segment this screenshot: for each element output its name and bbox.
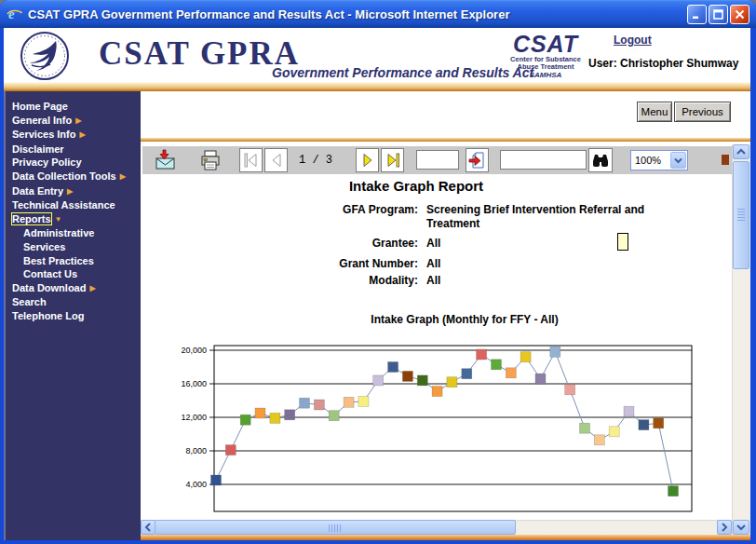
chevron-left-icon (144, 523, 152, 532)
export-icon (155, 149, 177, 171)
sidebar-nav: Home PageGeneral Info▶Services Info▶Disc… (4, 91, 141, 540)
sidebar-item-telephone-log[interactable]: Telephone Log (6, 309, 141, 323)
sidebar-item-label: Administrative (23, 227, 94, 238)
sidebar-item-label: Reports (12, 213, 51, 224)
submenu-right-arrow-icon: ▶ (75, 116, 81, 125)
sidebar-item-services-info[interactable]: Services Info▶ (6, 128, 141, 143)
previous-page-button[interactable] (264, 148, 288, 172)
find-button[interactable] (588, 148, 613, 172)
minimize-button[interactable] (687, 5, 707, 24)
report-field-row: Grantee:All (280, 237, 727, 251)
brand-subtitle: Government Performance and Results Act (272, 65, 533, 80)
sidebar-item-label: General Info (12, 115, 72, 126)
scroll-thumb-grip (737, 209, 745, 222)
toolbar-logo-fragment (722, 155, 729, 165)
main-content: Menu Previous (141, 91, 750, 540)
sidebar-item-search[interactable]: Search (6, 295, 141, 309)
sidebar-item-disclaimer[interactable]: Disclaimer (6, 143, 141, 156)
report-page: Intake Graph Report GFA Program:Screenin… (141, 174, 732, 520)
submenu-right-arrow-icon: ▶ (120, 172, 126, 181)
goto-page-input[interactable] (416, 150, 459, 170)
first-page-button[interactable] (239, 148, 263, 172)
sidebar-item-label: Services Info (12, 129, 75, 140)
sidebar-item-label: Services (23, 241, 65, 252)
zoom-select[interactable]: 100% (630, 150, 688, 170)
horizontal-scrollbar[interactable] (141, 520, 732, 535)
window-titlebar[interactable]: e CSAT GPRA Government Performance and R… (0, 0, 756, 28)
report-title: Intake Graph Report (277, 178, 556, 194)
sidebar-item-contact-us[interactable]: Contact Us (6, 267, 141, 281)
scroll-down-button[interactable] (733, 520, 749, 535)
csat-logo-line2: Abuse Treatment (504, 63, 587, 71)
field-label: Grant Number: (280, 257, 426, 271)
sidebar-item-data-download[interactable]: Data Download▶ (6, 281, 141, 296)
scroll-up-button[interactable] (733, 144, 749, 159)
sidebar-item-best-practices[interactable]: Best Practices (6, 254, 141, 268)
sidebar-item-label: Home Page (12, 101, 68, 112)
chevron-right-icon (721, 523, 728, 532)
logged-in-user: User: Christopher Shumway (588, 57, 738, 70)
previous-button[interactable]: Previous (674, 102, 731, 122)
goto-page-button[interactable] (466, 148, 489, 172)
close-button[interactable] (730, 5, 749, 24)
image-placeholder-box (617, 233, 628, 251)
sidebar-item-reports[interactable]: Reports▼ (6, 212, 141, 227)
next-page-button[interactable] (356, 148, 379, 172)
scroll-right-button[interactable] (717, 520, 732, 535)
last-page-icon (385, 152, 401, 169)
sidebar-item-data-collection-tools[interactable]: Data Collection Tools▶ (6, 170, 141, 184)
svg-text:8,000: 8,000 (185, 446, 207, 456)
chevron-down-icon (670, 152, 686, 169)
header-gold-stripe (4, 82, 750, 91)
hhs-logo-icon (19, 30, 71, 82)
internet-explorer-icon: e (7, 6, 23, 22)
search-text-input[interactable] (500, 150, 587, 170)
menu-button[interactable]: Menu (637, 102, 672, 122)
zoom-value: 100% (631, 155, 670, 166)
vertical-scroll-thumb[interactable] (733, 161, 749, 269)
sidebar-item-label: Contact Us (23, 268, 77, 279)
submenu-down-arrow-icon: ▼ (55, 215, 62, 224)
intake-chart-svg: 20,00016,00012,0008,0004,000 (182, 343, 699, 516)
previous-page-icon (268, 152, 285, 169)
vertical-scrollbar[interactable] (732, 144, 750, 535)
sidebar-item-privacy-policy[interactable]: Privacy Policy (6, 156, 141, 170)
field-label: Grantee: (280, 237, 426, 251)
brand-title: CSAT GPRA (99, 35, 300, 73)
svg-text:e: e (8, 7, 15, 21)
report-field-row: Grant Number:All (280, 257, 727, 271)
maximize-icon (713, 9, 723, 20)
sidebar-item-services[interactable]: Services (6, 240, 141, 254)
browser-window: e CSAT GPRA Government Performance and R… (0, 0, 756, 544)
submenu-right-arrow-icon: ▶ (79, 130, 85, 139)
field-value: All (426, 274, 664, 288)
horizontal-scroll-thumb[interactable] (155, 520, 516, 535)
sidebar-item-general-info[interactable]: General Info▶ (6, 114, 141, 129)
scroll-left-button[interactable] (141, 520, 155, 535)
sidebar-item-home-page[interactable]: Home Page (6, 100, 141, 114)
logout-link[interactable]: Logout (614, 34, 652, 47)
svg-text:4,000: 4,000 (185, 480, 207, 489)
bottom-gold-stripe (141, 535, 750, 540)
sidebar-item-label: Technical Assistance (12, 199, 115, 211)
minimize-icon (692, 9, 702, 20)
chart-title: Intake Graph (Monthly for FFY - All) (325, 313, 604, 326)
sidebar-item-administrative[interactable]: Administrative (6, 226, 141, 240)
first-page-icon (243, 152, 260, 169)
submenu-right-arrow-icon: ▶ (89, 284, 95, 292)
sidebar-item-label: Data Entry (12, 185, 63, 197)
field-value: Screening Brief Intervention Referral an… (426, 203, 664, 231)
goto-page-icon (468, 151, 487, 170)
field-value: All (426, 257, 664, 271)
sidebar-item-label: Telephone Log (12, 310, 84, 321)
app-header: CSAT GPRA Government Performance and Res… (4, 28, 750, 82)
sidebar-item-data-entry[interactable]: Data Entry▶ (6, 184, 141, 199)
last-page-button[interactable] (381, 148, 404, 172)
export-button[interactable] (154, 149, 178, 171)
csat-logo: CSAT Center for Substance Abuse Treatmen… (504, 32, 587, 80)
scroll-thumb-grip (329, 524, 342, 532)
print-button[interactable] (198, 149, 223, 171)
svg-text:12,000: 12,000 (182, 413, 207, 422)
sidebar-item-technical-assistance[interactable]: Technical Assistance (6, 198, 141, 212)
maximize-button[interactable] (709, 5, 728, 24)
